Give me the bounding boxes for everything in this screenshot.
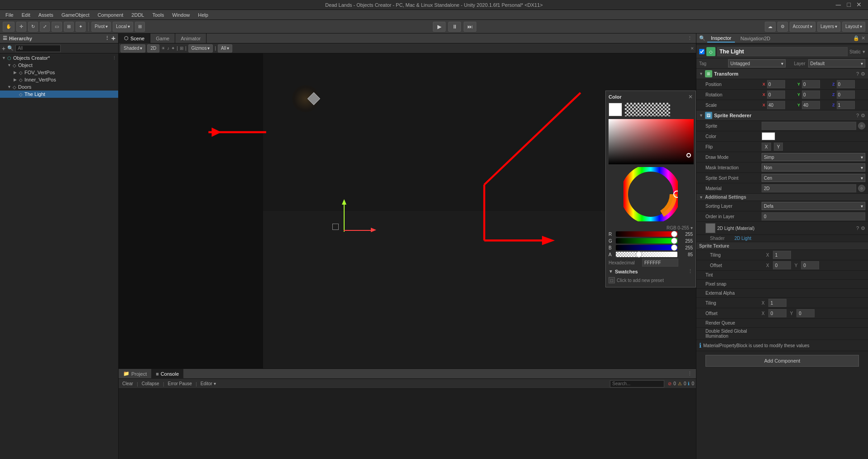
- pos-z-input[interactable]: [837, 80, 855, 88]
- tab-project[interactable]: 📁 Project: [119, 369, 151, 379]
- 2d-btn[interactable]: 2D: [147, 44, 159, 53]
- shader-value[interactable]: 2D Light: [734, 236, 751, 241]
- pos-x-input[interactable]: [767, 80, 785, 88]
- tab-more-btn[interactable]: ⋮: [684, 34, 696, 42]
- menu-tools[interactable]: Tools: [149, 11, 168, 19]
- menu-edit[interactable]: Edit: [18, 11, 34, 19]
- settings-btn[interactable]: ⚙: [777, 22, 788, 32]
- tiling-x-input[interactable]: [773, 251, 791, 259]
- menu-file[interactable]: File: [2, 11, 17, 19]
- item-menu-icon[interactable]: ⋮: [112, 56, 116, 60]
- list-item[interactable]: ▼ ◇ Doors: [0, 83, 118, 91]
- draw-mode-dropdown[interactable]: Simp ▾: [762, 153, 865, 161]
- editor-dropdown[interactable]: Editor ▾: [199, 381, 218, 387]
- collapse-btn[interactable]: Collapse: [140, 381, 161, 387]
- tab-game[interactable]: Game: [150, 33, 175, 43]
- account-dropdown[interactable]: Account ▾: [790, 22, 815, 32]
- transform-settings-btn[interactable]: ⚙: [861, 71, 865, 77]
- local-btn[interactable]: Local ▾: [113, 22, 133, 32]
- custom-tool-btn[interactable]: ✦: [76, 22, 86, 32]
- offset-x-input[interactable]: [773, 261, 791, 269]
- lock-btn[interactable]: 🔒: [853, 35, 859, 41]
- material-settings-btn[interactable]: ⚙: [861, 225, 865, 231]
- sprite-picker-btn[interactable]: ○: [858, 122, 865, 129]
- list-item[interactable]: ◇ The Light: [0, 91, 118, 98]
- hex-input[interactable]: [642, 258, 678, 267]
- material-help-btn[interactable]: ?: [856, 225, 859, 231]
- scale-tool-btn[interactable]: ⤢: [40, 22, 50, 32]
- r-slider-thumb[interactable]: [671, 231, 677, 237]
- step-btn[interactable]: ⏭: [464, 22, 476, 32]
- obj-active-checkbox[interactable]: [699, 49, 705, 54]
- offset2-y-input[interactable]: [796, 309, 815, 317]
- a-slider-thumb[interactable]: [636, 251, 642, 258]
- tab-animator[interactable]: Animator: [175, 33, 206, 43]
- pause-btn[interactable]: ⏸: [448, 22, 461, 32]
- tag-dropdown[interactable]: Untagged ▾: [728, 59, 786, 67]
- scene-icon2[interactable]: ⊞: [180, 46, 183, 51]
- material-picker-btn[interactable]: ○: [858, 185, 865, 192]
- collab-btn[interactable]: ☁: [765, 22, 776, 32]
- offset-y-input[interactable]: [801, 261, 819, 269]
- sprite-field[interactable]: [762, 122, 856, 130]
- pos-y-input[interactable]: [802, 80, 820, 88]
- obj-name-field[interactable]: [717, 47, 848, 56]
- bottom-more-btn[interactable]: ⋮: [687, 371, 692, 377]
- list-item[interactable]: ▼ ◇ Object: [0, 62, 118, 69]
- tab-scene[interactable]: ⬡ Scene: [119, 33, 150, 43]
- list-item[interactable]: ▼ ⬡ Objects Creator* ⋮: [0, 54, 118, 62]
- light-btn[interactable]: ☀: [161, 46, 165, 51]
- hier-add-icon[interactable]: +: [2, 45, 5, 52]
- sorting-layer-dropdown[interactable]: Defa ▾: [762, 202, 865, 210]
- material-field[interactable]: [762, 184, 856, 192]
- swatch-add-icon[interactable]: □: [609, 277, 615, 283]
- transform-help-btn[interactable]: ?: [856, 71, 859, 77]
- play-btn[interactable]: ▶: [433, 22, 446, 32]
- rot-z-input[interactable]: [837, 91, 855, 99]
- rect-tool-btn[interactable]: ▭: [52, 22, 62, 32]
- hierarchy-more-btn[interactable]: ⋮: [105, 35, 110, 41]
- color-gradient-field[interactable]: [609, 119, 694, 164]
- offset2-x-input[interactable]: [768, 309, 786, 317]
- transform-tool-btn[interactable]: ⊞: [64, 22, 74, 32]
- hand-tool-btn[interactable]: ✋: [3, 22, 14, 32]
- flip-x-btn[interactable]: X: [762, 143, 771, 151]
- scale-y-input[interactable]: [802, 101, 820, 109]
- sprite-settings-btn[interactable]: ⚙: [861, 113, 865, 119]
- shaded-dropdown[interactable]: Shaded ▾: [120, 44, 145, 53]
- color-swatch[interactable]: [762, 132, 775, 140]
- rot-y-input[interactable]: [802, 91, 820, 99]
- swatches-more-btn[interactable]: ⋮: [688, 268, 693, 274]
- transform-handle[interactable]: [332, 224, 339, 230]
- b-slider-thumb[interactable]: [671, 244, 677, 251]
- scene-close-btn[interactable]: ✕: [691, 46, 694, 51]
- console-search-input[interactable]: [610, 380, 664, 387]
- scale-x-input[interactable]: [767, 101, 785, 109]
- rotate-tool-btn[interactable]: ↻: [28, 22, 38, 32]
- pivot-btn[interactable]: Pivot ▾: [91, 22, 111, 32]
- insp-tab-nav2d[interactable]: Navigation2D: [737, 35, 774, 42]
- flip-y-btn[interactable]: Y: [774, 143, 783, 151]
- transform-header[interactable]: ▼ ⊞ Transform ? ⚙: [696, 69, 868, 79]
- additional-settings-header[interactable]: ▼ Additional Settings: [696, 194, 868, 201]
- maximize-btn[interactable]: □: [847, 1, 851, 8]
- rgb-dropdown-icon[interactable]: ▾: [691, 225, 693, 230]
- mask-dropdown[interactable]: Non ▾: [762, 163, 865, 172]
- menu-2ddl[interactable]: 2DDL: [128, 11, 148, 19]
- sprite-help-btn[interactable]: ?: [856, 113, 859, 119]
- minimize-btn[interactable]: ─: [836, 1, 841, 9]
- clear-btn[interactable]: Clear: [120, 381, 135, 387]
- menu-window[interactable]: Window: [168, 11, 193, 19]
- rot-x-input[interactable]: [767, 91, 785, 99]
- scale-z-input[interactable]: [837, 101, 855, 109]
- order-input[interactable]: [762, 212, 865, 220]
- layout-dropdown[interactable]: Layout ▾: [842, 22, 865, 32]
- menu-component[interactable]: Component: [94, 11, 127, 19]
- menu-gameobject[interactable]: GameObject: [58, 11, 93, 19]
- close-btn[interactable]: ✕: [856, 1, 862, 8]
- g-slider-thumb[interactable]: [671, 238, 677, 244]
- error-pause-btn[interactable]: Error Pause: [166, 381, 194, 387]
- color-picker-close-btn[interactable]: ✕: [688, 94, 693, 100]
- sprite-renderer-header[interactable]: ▼ 🖼 Sprite Renderer ? ⚙: [696, 110, 868, 121]
- all-dropdown[interactable]: All ▾: [218, 44, 232, 53]
